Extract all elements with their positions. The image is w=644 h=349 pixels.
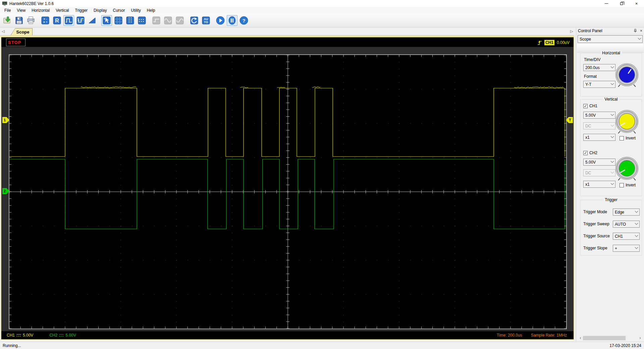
panel-horizontal-scrollbar[interactable]: ‹ › bbox=[578, 336, 643, 341]
toolbar: + - × ÷ R bbox=[0, 13, 644, 27]
title-bar: Hantek6022BE Ver 1.0.6 × bbox=[0, 0, 644, 7]
scroll-right-icon[interactable]: › bbox=[638, 336, 643, 341]
refresh-button[interactable] bbox=[189, 15, 200, 26]
ch1-position-marker[interactable]: 1 bbox=[2, 117, 9, 123]
autoset-button[interactable]: AU TO bbox=[201, 15, 211, 26]
ch1-invert-label: Invert bbox=[626, 136, 636, 140]
square-wave-avg-icon bbox=[76, 16, 85, 25]
ch2-volts-select[interactable]: 5.00V bbox=[583, 159, 615, 166]
play-icon bbox=[216, 16, 225, 25]
restore-button[interactable] bbox=[614, 0, 629, 7]
pin-icon[interactable] bbox=[634, 29, 637, 33]
trigger-level-marker[interactable]: T bbox=[566, 117, 573, 123]
step-disabled-button bbox=[151, 15, 162, 26]
chevron-down-icon bbox=[611, 113, 614, 116]
menu-help[interactable]: Help bbox=[144, 7, 158, 13]
ch1-probe-select[interactable]: x1 bbox=[583, 134, 615, 141]
tab-scroll-right-icon[interactable]: ▷ bbox=[570, 29, 573, 34]
tab-scope[interactable]: Scope bbox=[10, 28, 33, 36]
help-button[interactable]: ? bbox=[238, 15, 249, 26]
ch2-position-marker[interactable]: 2 bbox=[2, 188, 9, 194]
cursor-pointer-button[interactable] bbox=[101, 15, 112, 26]
scrollbar-thumb[interactable] bbox=[583, 336, 626, 340]
panel-mode-select[interactable]: Scope bbox=[578, 35, 643, 43]
checkbox-checked-icon: ✓ bbox=[583, 104, 588, 108]
menu-vertical[interactable]: Vertical bbox=[53, 7, 72, 13]
restore-icon bbox=[620, 2, 623, 5]
trigger-source-select[interactable]: CH1 bbox=[613, 233, 640, 240]
menu-trigger[interactable]: Trigger bbox=[72, 7, 91, 13]
reference-button[interactable]: R bbox=[52, 15, 62, 26]
menu-horizontal[interactable]: Horizontal bbox=[29, 7, 53, 13]
control-panel-header: Control Panel × bbox=[576, 27, 644, 34]
status-bar: Running... 17-03-2020 15:24 bbox=[0, 342, 644, 349]
horizontal-group: Horizontal Time/DIV 200.0us Format Y-T bbox=[580, 53, 642, 97]
vertical-cursors-icon bbox=[126, 16, 135, 25]
ramp-button[interactable] bbox=[87, 15, 98, 26]
ch2-coupling-value: DC bbox=[585, 171, 591, 175]
chevron-down-icon bbox=[611, 170, 614, 174]
ch1-invert-checkbox[interactable]: Invert bbox=[620, 136, 636, 140]
math-icon: + - × ÷ bbox=[41, 16, 50, 25]
ch2-invert-checkbox[interactable]: Invert bbox=[620, 183, 636, 187]
menu-display[interactable]: Display bbox=[91, 7, 110, 13]
open-button[interactable] bbox=[2, 15, 13, 26]
pause-button[interactable] bbox=[227, 15, 237, 26]
ch2-position-knob[interactable] bbox=[615, 157, 638, 180]
help-icon: ? bbox=[239, 16, 249, 25]
ch1-volts-value: 5.00V bbox=[585, 113, 596, 118]
trigger-readout: CH1 0.00uV bbox=[537, 39, 570, 46]
menu-file[interactable]: File bbox=[1, 7, 14, 13]
menu-utility[interactable]: Utility bbox=[128, 7, 144, 13]
autoset-icon: AU TO bbox=[202, 16, 210, 25]
save-button[interactable] bbox=[14, 15, 24, 26]
ch1-volts-select[interactable]: 5.00V bbox=[583, 112, 615, 119]
minimize-button[interactable] bbox=[599, 0, 614, 7]
scope-top-bar: STOP CH1 0.00uV bbox=[1, 38, 574, 47]
tab-scope-label: Scope bbox=[16, 30, 29, 35]
timediv-select[interactable]: 200.0us bbox=[583, 64, 615, 71]
math-button[interactable]: + - × ÷ bbox=[40, 15, 51, 26]
chevron-down-icon bbox=[611, 65, 614, 68]
trigger-mode-select[interactable]: Edge bbox=[613, 209, 640, 216]
app-icon bbox=[2, 1, 7, 6]
chevron-down-icon bbox=[611, 135, 614, 138]
waveform-average-button[interactable] bbox=[75, 15, 86, 26]
trigger-slope-value: + bbox=[615, 246, 617, 251]
horizontal-group-title: Horizontal bbox=[600, 51, 622, 55]
menu-cursor[interactable]: Cursor bbox=[110, 7, 128, 13]
status-text: Running... bbox=[3, 343, 21, 348]
menu-view[interactable]: View bbox=[14, 7, 29, 13]
ch2-readout-label: CH2 bbox=[49, 333, 57, 338]
scrollbar-track[interactable] bbox=[583, 336, 638, 341]
rising-edge-trigger-icon bbox=[537, 40, 542, 45]
cursor-cross-button[interactable] bbox=[113, 15, 124, 26]
ch2-volts-value: 5.00V bbox=[585, 160, 596, 165]
trigger-slope-select[interactable]: + bbox=[613, 245, 640, 252]
trigger-sweep-select[interactable]: AUTO bbox=[613, 221, 640, 228]
close-button[interactable]: × bbox=[629, 0, 644, 7]
svg-text:TO: TO bbox=[204, 20, 208, 24]
cursor-vertical-button[interactable] bbox=[125, 15, 136, 26]
control-panel-close-icon[interactable]: × bbox=[640, 28, 642, 33]
scroll-left-icon[interactable]: ‹ bbox=[578, 336, 583, 341]
ch1-coupling-select: DC bbox=[583, 122, 615, 129]
ramp-triangle-icon bbox=[88, 16, 97, 25]
format-label: Format bbox=[584, 74, 597, 79]
cursor-horizontal-button[interactable] bbox=[137, 15, 147, 26]
print-button[interactable] bbox=[25, 15, 36, 26]
vertical-group: Vertical ✓ CH1 5.00V DC x1 Invert ✓ bbox=[580, 99, 642, 196]
ch1-enable-checkbox[interactable]: ✓ CH1 bbox=[583, 104, 597, 108]
tab-scroll-left-icon[interactable]: ◁ bbox=[2, 29, 4, 34]
ch2-enable-checkbox[interactable]: ✓ CH2 bbox=[583, 151, 597, 155]
chevron-down-icon bbox=[635, 210, 638, 213]
ch2-readout-volts: 5.00V bbox=[65, 333, 76, 338]
format-select[interactable]: Y-T bbox=[583, 81, 615, 88]
waveform-normal-button[interactable] bbox=[63, 15, 74, 26]
ch2-probe-select[interactable]: x1 bbox=[583, 181, 615, 188]
cross-cursors-icon bbox=[114, 16, 123, 25]
chevron-down-icon bbox=[635, 246, 638, 249]
horizontal-position-knob[interactable] bbox=[615, 63, 638, 86]
ch1-position-knob[interactable] bbox=[615, 110, 638, 133]
start-button[interactable] bbox=[215, 15, 226, 26]
